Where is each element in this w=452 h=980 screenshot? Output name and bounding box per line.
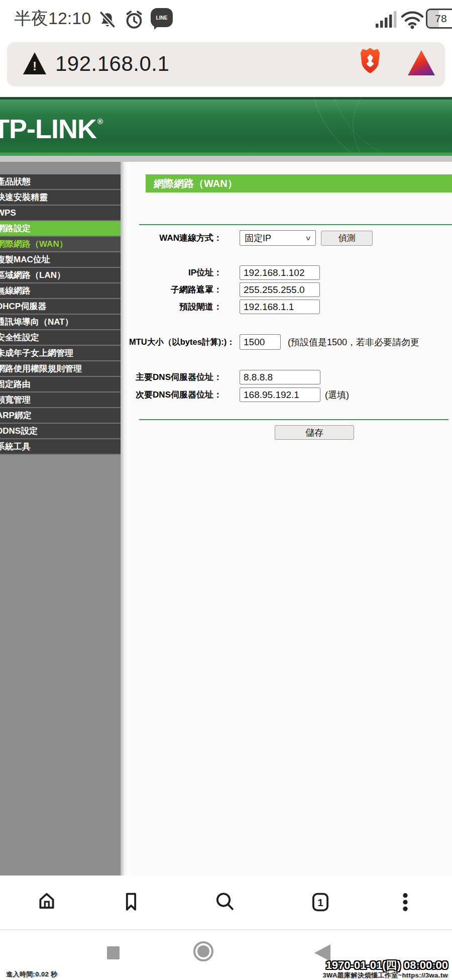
mask-label: 子網路遮罩： [129,284,222,296]
clock-text: 半夜12:10 [14,7,91,30]
wan-type-label: WAN連線方式： [129,232,222,244]
separator-line-bottom [139,419,448,420]
sidebar-item[interactable]: 快速安裝精靈 [0,190,121,206]
sidebar-item[interactable]: DHCP伺服器 [0,299,121,315]
sidebar-scrollbar[interactable] [121,162,129,875]
sidebar-item[interactable]: 產品狀態 [0,174,121,190]
sidebar-item[interactable]: DDNS設定 [0,424,121,439]
status-bar: 半夜12:10 LINE 78 [0,0,452,36]
page-title: 網際網路（WAN） [146,174,452,192]
sidebar-item[interactable]: 複製MAC位址 [0,252,121,268]
gateway-label: 預設閘道： [129,301,222,313]
mask-row: 子網路遮罩： [129,282,452,297]
sidebar-item[interactable]: 網路使用權限規則管理 [0,361,121,377]
ip-input[interactable] [240,265,320,280]
watermark-bottom-right: 3WA題庫解決煩惱工作室~https://3wa.tw [322,971,448,980]
primary-dns-input[interactable] [240,370,320,384]
sidebar-item[interactable]: 頻寬管理 [0,393,121,408]
wifi-icon [401,10,424,29]
line-app-icon: LINE [151,8,173,27]
warning-icon[interactable]: ! [23,52,46,74]
gateway-row: 預設閘道： [129,300,452,314]
main-content: 網際網路（WAN） WAN連線方式： 固定IP ∨ 偵測 IP位址： 子網路遮罩… [129,162,452,875]
url-bar[interactable]: ! 192.168.0.1 [7,42,445,86]
secondary-dns-input[interactable] [240,387,320,402]
sidebar-item[interactable]: 網際網路（WAN） [0,237,121,252]
sidebar-item[interactable]: 區域網路（LAN） [0,268,121,283]
sidebar: 產品狀態 快速安裝精靈 WPS 網路設定 網際網路（WAN） 複製MAC位址 區… [0,162,121,875]
chevron-down-icon: ∨ [305,234,312,242]
sidebar-item[interactable]: 無線網路 [0,283,121,299]
battery-percent: 78 [435,13,446,25]
sidebar-menu: 產品狀態 快速安裝精靈 WPS 網路設定 網際網路（WAN） 複製MAC位址 區… [0,174,121,455]
notifications-off-icon [98,11,117,29]
search-icon[interactable] [213,891,237,914]
home-button[interactable] [193,941,213,961]
sidebar-item[interactable]: 系統工具 [0,439,121,455]
detect-button[interactable]: 偵測 [321,231,373,246]
ip-label: IP位址： [129,267,222,278]
signal-icon [376,10,399,28]
subnet-mask-input[interactable] [240,282,320,297]
wan-type-row: WAN連線方式： 固定IP ∨ 偵測 [129,230,452,246]
url-text[interactable]: 192.168.0.1 [55,52,169,76]
mtu-hint: (預設值是1500，若非必要請勿更 [288,336,419,348]
ip-row: IP位址： [129,265,452,280]
phone-screen: 3WA題庫解決煩惱工作室~https://3wa.tw 半夜12:10 LINE [0,0,452,980]
separator-line-top [139,224,452,225]
wan-type-select[interactable]: 固定IP ∨ [240,230,316,246]
banner-divider [0,156,452,162]
tab-switcher-icon[interactable]: 1 [309,891,332,914]
gateway-input[interactable] [240,300,320,314]
dns2-row: 次要DNS伺服器位址： (選填) [129,387,452,402]
sidebar-item[interactable]: 固定路由 [0,377,121,393]
browser-toolbar: 1 [0,875,452,929]
dns2-label: 次要DNS伺服器位址： [129,389,222,401]
sidebar-item[interactable]: WPS [0,206,121,221]
wan-type-value: 固定IP [245,232,271,244]
dns1-row: 主要DNS伺服器位址： [129,370,452,384]
sidebar-item[interactable]: 網路設定 [0,221,121,237]
watermark-bottom-left: 進入時間:0.02 秒 [6,970,58,979]
tplink-banner: TP-LINK® [0,97,452,156]
save-button[interactable]: 儲存 [275,425,354,440]
dns2-hint: (選填) [325,389,349,401]
bat-rewards-icon[interactable] [408,50,435,75]
sidebar-item[interactable]: 未成年子女上網管理 [0,346,121,361]
sidebar-item[interactable]: 通訊埠導向（NAT） [0,315,121,330]
battery-indicator: 78 [426,9,452,29]
mtu-input[interactable] [240,334,281,350]
sidebar-item[interactable]: 安全性設定 [0,330,121,346]
dns1-label: 主要DNS伺服器位址： [129,371,222,383]
mtu-row: MTU大小（以bytes計算):)： (預設值是1500，若非必要請勿更 [129,334,452,350]
mtu-label: MTU大小（以bytes計算):)： [129,337,222,348]
recents-button[interactable] [107,946,120,959]
home-icon[interactable] [35,891,58,914]
menu-dots-icon[interactable] [394,891,417,914]
brave-shields-icon[interactable] [358,46,383,75]
tab-count: 1 [317,897,323,908]
bookmark-icon[interactable] [120,891,143,914]
alarm-icon [124,9,145,30]
sidebar-item[interactable]: ARP綁定 [0,408,121,424]
tplink-logo: TP-LINK® [0,113,102,144]
